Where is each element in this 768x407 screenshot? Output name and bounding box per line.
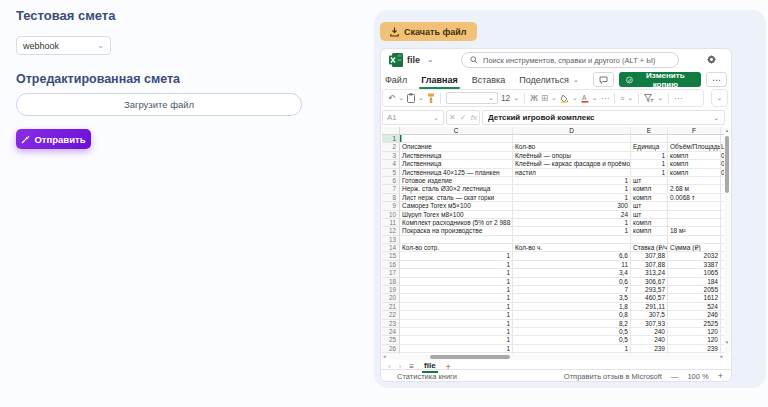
cell-E6[interactable]: шт [631,177,668,185]
chevron-down-icon[interactable]: ⌄ [398,94,404,102]
cell-F19[interactable]: 2055 [668,286,721,294]
gear-icon[interactable] [706,54,717,65]
cell-C4[interactable]: Лиственница [400,160,513,168]
cell-F21[interactable]: 524 [668,303,721,311]
cell-E16[interactable]: 307,88 [631,261,668,269]
cell-D9[interactable]: 300 [513,202,631,210]
cell-E14[interactable]: Ставка (₽/ч) [631,244,668,252]
row-header[interactable]: 8 [382,194,400,202]
cell-F26[interactable]: 239 [668,345,721,353]
scrollbar-thumb[interactable] [430,355,510,359]
cell-F6[interactable] [668,177,721,185]
row-header[interactable]: 16 [382,261,400,269]
file-upload-dropzone[interactable]: Загрузите файл [16,93,302,116]
row-header[interactable]: 11 [382,219,400,227]
cell-F20[interactable]: 1612 [668,294,721,302]
cell-E5[interactable]: 1 [631,169,668,177]
cell-D20[interactable]: 3,5 [513,294,631,302]
cell-C3[interactable]: Лиственница [400,152,513,160]
cell-F11[interactable] [668,219,721,227]
cell-E21[interactable]: 291,11 [631,303,668,311]
zoom-level[interactable]: 100 % [687,372,708,381]
cell-F12[interactable]: 18 м² [668,227,721,235]
cell-C25[interactable]: 1 [400,336,513,344]
chevron-down-icon[interactable]: ⌄ [627,94,633,102]
cell-D26[interactable]: 1 [513,345,631,353]
comments-button[interactable] [593,72,614,87]
cell-C24[interactable]: 1 [400,328,513,336]
chevron-down-icon[interactable]: ⌄ [572,94,578,102]
cell-E20[interactable]: 460,57 [631,294,668,302]
cell-E13[interactable] [631,236,668,244]
cell-C15[interactable]: 1 [400,252,513,260]
cell-D22[interactable]: 0,8 [513,311,631,319]
align-icon[interactable]: ≡ [620,95,624,102]
cell-C12[interactable]: Покраска на производстве [400,227,513,235]
cell-C26[interactable]: 1 [400,345,513,353]
row-header[interactable]: 6 [382,177,400,185]
column-header-C[interactable]: C [400,127,513,135]
cell-C1[interactable] [400,135,513,143]
download-file-button[interactable]: Скачать файл [380,22,477,41]
row-header[interactable]: 23 [382,320,400,328]
cell-E9[interactable]: шт [631,202,668,210]
cell-D18[interactable]: 0,6 [513,278,631,286]
row-header[interactable]: 3 [382,152,400,160]
formula-bar[interactable]: Детский игровой комплекс ⌄ [482,110,725,125]
cell-E11[interactable]: компл [631,219,668,227]
cell-F13[interactable] [668,236,721,244]
cell-D19[interactable]: 7 [513,286,631,294]
cell-E7[interactable]: компл [631,185,668,193]
cell-F8[interactable]: 0.0068 т [668,194,721,202]
row-header[interactable]: 4 [382,160,400,168]
bold-button[interactable]: Ж [530,93,538,103]
row-header[interactable]: 10 [382,211,400,219]
zoom-in-icon[interactable]: + [718,371,723,381]
cell-F5[interactable]: компл [668,169,721,177]
ribbon-collapse-button[interactable]: ⌄ [711,89,728,107]
column-header-D[interactable]: D [513,127,631,135]
cell-C22[interactable]: 1 [400,311,513,319]
paste-icon[interactable] [407,93,415,103]
scroll-left-icon[interactable]: ◂ [383,353,386,359]
zoom-out-icon[interactable]: — [671,372,679,381]
cell-D24[interactable]: 0,5 [513,328,631,336]
cell-name-box[interactable]: A1 ⌄ [382,110,444,125]
cell-C23[interactable]: 1 [400,320,513,328]
cell-C19[interactable]: 1 [400,286,513,294]
cell-C2[interactable]: Описание [400,143,513,151]
cell-E18[interactable]: 306,67 [631,278,668,286]
chevron-down-icon[interactable]: ⌄ [418,94,424,102]
row-header[interactable]: 7 [382,185,400,193]
row-header[interactable]: 21 [382,303,400,311]
cell-C10[interactable]: Шуруп Torex м8×100 [400,211,513,219]
cell-C14[interactable]: Кол-во сотр. [400,244,513,252]
more-icon[interactable]: ⋯ [601,93,610,103]
row-header[interactable]: 24 [382,328,400,336]
cell-F25[interactable]: 120 [668,336,721,344]
column-header-F[interactable]: F [668,127,721,135]
cell-D23[interactable]: 8,2 [513,320,631,328]
menu-share[interactable]: Поделиться ⌄ [519,75,579,85]
edit-copy-button[interactable]: Изменить копию [619,72,701,87]
cell-E24[interactable]: 240 [631,328,668,336]
cell-D6[interactable]: 1 [513,177,631,185]
cell-D14[interactable]: Кол-во ч. [513,244,631,252]
webhook-select[interactable]: webhook ⌄ [16,36,111,55]
cell-C5[interactable]: Лиственница 40×125 — планкен [400,169,513,177]
cell-C20[interactable]: 1 [400,294,513,302]
row-header[interactable]: 17 [382,269,400,277]
cell-E2[interactable]: Единица [631,143,668,151]
cell-D12[interactable]: 1 [513,227,631,235]
filter-icon[interactable] [644,94,654,103]
font-color-icon[interactable]: A [581,94,589,103]
fill-color-icon[interactable] [560,94,569,103]
feedback-link[interactable]: Отправить отзыв в Microsoft [564,372,662,381]
workbook-statistics[interactable]: Статистика книги [397,372,457,381]
cell-F23[interactable]: 2525 [668,320,721,328]
cell-E17[interactable]: 313,24 [631,269,668,277]
cell-D17[interactable]: 3,4 [513,269,631,277]
cell-C11[interactable]: Комплект расходников (5% от 2 988 ₽) [400,219,513,227]
search-input[interactable]: Поиск инструментов, справки и другого (A… [461,52,679,68]
chevron-down-icon[interactable]: ⌄ [592,94,598,102]
